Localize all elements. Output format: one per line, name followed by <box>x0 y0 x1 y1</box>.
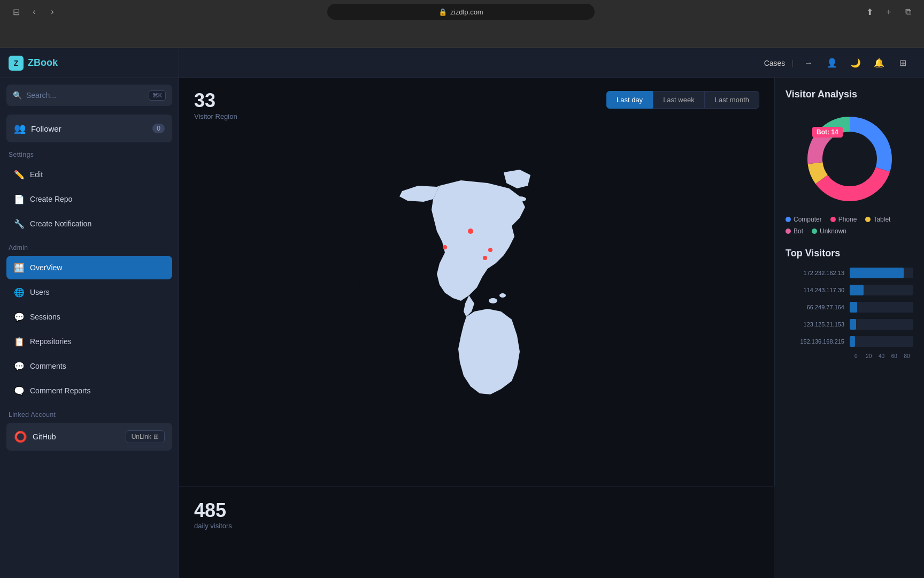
daily-visitors-count: 485 <box>194 499 759 522</box>
bar-fill-1 <box>850 268 904 278</box>
map-container <box>194 138 759 437</box>
back-btn[interactable]: ‹ <box>27 4 42 19</box>
legend-computer: Computer <box>786 216 822 223</box>
create-notification-label: Create Notification <box>30 219 91 228</box>
bar-fill-2 <box>850 285 864 295</box>
sidebar-toggle-btn[interactable]: ⊟ <box>9 4 24 19</box>
edit-icon: ✏️ <box>14 169 25 180</box>
unlink-icon: ⊞ <box>153 433 159 440</box>
svg-point-7 <box>488 248 492 252</box>
follower-label: Follower <box>31 124 147 133</box>
top-visitors-title: Top Visitors <box>786 248 913 259</box>
visitor-row-1: 172.232.162.13 <box>786 268 913 278</box>
tab-last-week[interactable]: Last week <box>653 91 705 109</box>
comment-reports-label: Comment Reports <box>30 386 91 395</box>
sidebar-item-overview[interactable]: 🪟 OverView <box>6 256 172 279</box>
visitor-row-2: 114.243.117.30 <box>786 285 913 295</box>
tab-last-day[interactable]: Last day <box>606 91 653 109</box>
svg-point-5 <box>468 229 473 234</box>
visitor-ip-3: 66.249.77.164 <box>786 304 844 310</box>
donut-legend: Computer Phone Tablet Bot <box>786 216 913 235</box>
lock-icon: 🔒 <box>438 8 447 16</box>
app-header: Z ZBook <box>0 48 179 78</box>
follower-icon: 👥 <box>14 123 26 134</box>
unlink-label: UnLink <box>132 433 151 440</box>
edit-label: Edit <box>30 170 43 179</box>
visitor-ip-1: 172.232.162.13 <box>786 270 844 276</box>
grid-icon[interactable]: ⊞ <box>894 55 911 72</box>
sidebar-item-create-notification[interactable]: 🔧 Create Notification <box>6 212 172 235</box>
axis-60: 60 <box>888 353 900 359</box>
legend-label-unknown: Unknown <box>820 227 846 235</box>
legend-dot-unknown <box>812 229 817 234</box>
unlink-button[interactable]: UnLink ⊞ <box>126 430 165 443</box>
search-input[interactable] <box>26 91 144 100</box>
url-text: zizdlp.com <box>450 8 483 16</box>
sidebar-item-users[interactable]: 🌐 Users <box>6 280 172 304</box>
bar-track-2 <box>850 285 913 295</box>
sidebar-item-repositories[interactable]: 📋 Repositories <box>6 330 172 353</box>
bell-icon[interactable]: 🔔 <box>871 55 888 72</box>
sidebar-item-edit[interactable]: ✏️ Edit <box>6 163 172 186</box>
search-icon: 🔍 <box>13 91 22 100</box>
user-icon[interactable]: 👤 <box>823 55 841 72</box>
bar-fill-3 <box>850 302 857 313</box>
visitor-ip-4: 123.125.21.153 <box>786 321 844 328</box>
sidebar-item-create-repo[interactable]: 📄 Create Repo <box>6 187 172 211</box>
bar-track-5 <box>850 336 913 347</box>
donut-chart-container: Bot: 14 <box>786 111 913 207</box>
legend-phone: Phone <box>830 216 857 223</box>
new-tab-btn[interactable]: ＋ <box>881 4 896 19</box>
app-name: ZBook <box>28 57 58 69</box>
sidebar-item-comment-reports[interactable]: 🗨️ Comment Reports <box>6 379 172 402</box>
share-btn[interactable]: ⬆ <box>862 4 877 19</box>
overview-icon: 🪟 <box>14 262 25 273</box>
tab-last-month[interactable]: Last month <box>705 91 759 109</box>
visitor-label: Visitor Region <box>194 112 759 120</box>
header-divider: | <box>791 59 794 67</box>
logout-icon[interactable]: → <box>800 55 817 72</box>
theme-icon[interactable]: 🌙 <box>847 55 864 72</box>
visitor-ip-2: 114.243.117.30 <box>786 287 844 293</box>
sidebar-item-follower[interactable]: 👥 Follower 0 <box>6 115 172 142</box>
notification-icon: 🔧 <box>14 218 25 229</box>
legend-tablet: Tablet <box>865 216 890 223</box>
global-header: Cases | → 👤 🌙 🔔 ⊞ <box>179 48 924 78</box>
sidebar-item-comments[interactable]: 💬 Comments <box>6 354 172 378</box>
visitor-row-3: 66.249.77.164 <box>786 302 913 313</box>
legend-label-phone: Phone <box>838 216 857 223</box>
visitor-row-5: 152.136.168.215 <box>786 336 913 347</box>
users-label: Users <box>30 288 50 296</box>
bar-fill-4 <box>850 319 856 330</box>
daily-visitors-label: daily visitors <box>194 522 759 530</box>
globe-svg <box>354 143 600 432</box>
donut-chart <box>802 111 898 207</box>
follower-count: 0 <box>152 124 165 133</box>
sidebar-item-sessions[interactable]: 💬 Sessions <box>6 305 172 329</box>
svg-point-1 <box>489 298 497 303</box>
legend-label-bot: Bot <box>794 227 803 235</box>
overview-label: OverView <box>30 263 62 272</box>
url-bar[interactable]: 🔒 zizdlp.com <box>327 4 595 20</box>
comment-reports-icon: 🗨️ <box>14 385 25 396</box>
github-icon: ⭕ <box>14 430 27 443</box>
browser-controls: ⊟ ‹ › <box>9 4 60 19</box>
svg-point-3 <box>444 227 451 230</box>
browser-top: ⊟ ‹ › 🔒 zizdlp.com ⬆ ＋ ⧉ <box>0 0 924 24</box>
search-box[interactable]: 🔍 ⌘K <box>6 85 172 106</box>
axis-80: 80 <box>900 353 913 359</box>
sidebar: Z ZBook 🔍 ⌘K 👥 Follower 0 Settings ✏️ <box>0 48 179 578</box>
legend-dot-tablet <box>865 217 871 222</box>
forward-btn[interactable]: › <box>45 4 60 19</box>
windows-btn[interactable]: ⧉ <box>900 4 915 19</box>
visitor-row-4: 123.125.21.153 <box>786 319 913 330</box>
svg-point-6 <box>443 245 447 249</box>
bar-fill-5 <box>850 336 855 347</box>
svg-point-4 <box>513 196 526 202</box>
svg-point-2 <box>499 293 506 298</box>
axis-20: 20 <box>863 353 875 359</box>
search-shortcut: ⌘K <box>149 90 166 101</box>
axis-40: 40 <box>875 353 888 359</box>
bar-track-4 <box>850 319 913 330</box>
cases-label: Cases <box>764 59 786 67</box>
